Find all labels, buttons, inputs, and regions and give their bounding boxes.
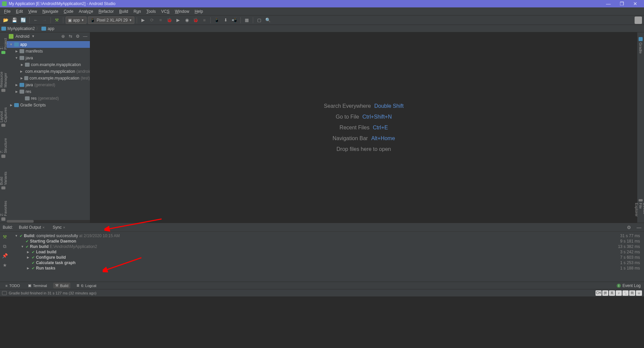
tree-twisty-icon[interactable]: ▼ xyxy=(9,43,13,46)
tab-gradle[interactable]: Gradle xyxy=(638,35,643,56)
tab-favorites[interactable]: 2: Favorites xyxy=(0,198,8,223)
menu-analyze[interactable]: Analyze xyxy=(76,8,96,15)
breadcrumb-app[interactable]: app xyxy=(41,26,54,31)
menu-help[interactable]: Help xyxy=(192,8,206,15)
tree-twisty-icon[interactable]: ▶ xyxy=(15,90,18,93)
back-arrow-icon[interactable]: ← xyxy=(32,17,39,24)
tree-item[interactable]: ▼java xyxy=(7,55,90,61)
forward-arrow-icon[interactable]: → xyxy=(41,17,48,24)
menu-window[interactable]: Window xyxy=(172,8,192,15)
ime-button[interactable]: ʻ, xyxy=(622,290,629,296)
status-window-icon[interactable] xyxy=(2,291,7,295)
tree-twisty-icon[interactable]: ▶ xyxy=(20,63,24,66)
tab-device-file-explorer[interactable]: Device File Explorer xyxy=(634,197,644,223)
breadcrumb-root[interactable]: MyApplication2 xyxy=(1,26,35,31)
ime-button[interactable]: 英 xyxy=(609,290,615,296)
tree-item[interactable]: res (generated) xyxy=(7,95,90,102)
ime-button[interactable]: CH xyxy=(596,290,602,296)
open-icon[interactable]: 📂 xyxy=(2,17,9,24)
device-combo[interactable]: 📱Pixel 2 XL API 29 ▼ xyxy=(88,17,134,24)
gear-icon[interactable]: ⚙ xyxy=(75,34,80,39)
ime-button[interactable]: ☺ xyxy=(636,290,642,296)
tree-item[interactable]: ▼app xyxy=(7,41,90,48)
tree-twisty-icon[interactable]: ▶ xyxy=(20,70,23,73)
tree-twisty-icon[interactable]: ▼ xyxy=(15,234,18,238)
gear-icon[interactable]: ⚙ xyxy=(627,225,631,230)
chevron-down-icon[interactable]: ▼ xyxy=(31,34,35,38)
tree-twisty-icon[interactable]: ▶ xyxy=(27,266,30,270)
minimize-icon[interactable]: — xyxy=(82,34,88,39)
attach-icon[interactable]: 🐞 xyxy=(192,17,199,24)
tab-terminal[interactable]: ▣Terminal xyxy=(26,283,49,288)
tree-item[interactable]: ▶java (generated) xyxy=(7,82,90,88)
menu-navigate[interactable]: Navigate xyxy=(40,8,61,15)
build-item[interactable]: ✔Starting Gradle Daemon9 s 181 ms xyxy=(12,239,641,244)
tree-twisty-icon[interactable]: ▶ xyxy=(9,103,13,107)
menu-view[interactable]: View xyxy=(26,8,40,15)
project-tree[interactable]: ▼app▶manifests▼java▶com.example.myapplic… xyxy=(7,40,90,220)
profile-icon[interactable]: ◉ xyxy=(183,17,191,24)
tab-structure[interactable]: 7: Structure xyxy=(0,135,8,160)
close-icon[interactable]: × xyxy=(63,225,65,229)
menu-code[interactable]: Code xyxy=(61,8,76,15)
sync-icon[interactable]: 🔄 xyxy=(20,17,27,24)
tree-twisty-icon[interactable]: ▶ xyxy=(27,250,30,254)
user-avatar[interactable] xyxy=(635,17,642,24)
tab-layout-captures[interactable]: Layout Captures xyxy=(0,101,8,129)
build-item[interactable]: ✔Calculate task graph1 s 253 ms xyxy=(12,260,641,265)
menu-edit[interactable]: Edit xyxy=(13,8,26,15)
tree-item[interactable]: ▶com.example.myapplication (test) xyxy=(7,75,90,82)
build-item[interactable]: ▶✔Load build3 s 242 ms xyxy=(12,249,641,255)
tab-event-log[interactable]: iEvent Log xyxy=(617,283,641,288)
horizontal-scrollbar[interactable] xyxy=(7,220,90,223)
search-icon[interactable]: 🔍 xyxy=(264,17,272,24)
ime-button[interactable]: 拼 xyxy=(602,290,608,296)
build-hammer-icon[interactable]: ⚒ xyxy=(53,17,61,24)
tree-twisty-icon[interactable]: ▶ xyxy=(27,256,30,259)
filter-icon[interactable]: ⧉ xyxy=(2,243,8,249)
run-config-combo[interactable]: ▣app ▼ xyxy=(66,17,87,24)
save-icon[interactable]: 💾 xyxy=(11,17,18,24)
window-close-button[interactable]: ✕ xyxy=(629,1,642,6)
debug-icon[interactable]: 🐞 xyxy=(166,17,173,24)
rerun-icon[interactable]: ⚒ xyxy=(2,234,8,240)
menu-refactor[interactable]: Refactor xyxy=(96,8,116,15)
tab-build[interactable]: ⚒Build xyxy=(53,283,70,288)
tree-twisty-icon[interactable]: ▶ xyxy=(15,50,18,53)
tree-twisty-icon[interactable]: ▼ xyxy=(21,245,24,248)
scrollbar-thumb[interactable] xyxy=(7,220,34,223)
minimize-icon[interactable]: — xyxy=(637,225,641,230)
tree-item[interactable]: ▶Gradle Scripts xyxy=(7,102,90,108)
tree-item[interactable]: ▶com.example.myapplication (androidTest) xyxy=(7,68,90,75)
menu-file[interactable]: File xyxy=(1,8,13,15)
build-tree[interactable]: ▼✔Build: completed successfully at 2/19/… xyxy=(9,232,644,282)
emulator-icon[interactable]: 📲 xyxy=(231,17,238,24)
run-icon[interactable]: ▶ xyxy=(139,17,147,24)
menu-run[interactable]: Run xyxy=(131,8,144,15)
star-icon[interactable]: ★ xyxy=(2,262,8,268)
tree-twisty-icon[interactable]: ▶ xyxy=(20,76,23,80)
target-icon[interactable]: ⊕ xyxy=(60,34,66,39)
tree-item[interactable]: ▶manifests xyxy=(7,48,90,55)
tree-twisty-icon[interactable]: ▶ xyxy=(15,83,18,87)
menu-tools[interactable]: Tools xyxy=(144,8,159,15)
stop-icon[interactable]: ■ xyxy=(201,17,208,24)
ime-button[interactable]: ♪ xyxy=(616,290,622,296)
layout-icon[interactable]: ▢ xyxy=(256,17,263,24)
tree-item[interactable]: ▶res xyxy=(7,88,90,95)
menu-build[interactable]: Build xyxy=(116,8,131,15)
tree-twisty-icon[interactable]: ▼ xyxy=(15,56,18,60)
ime-button[interactable]: 简 xyxy=(629,290,635,296)
build-item[interactable]: ▶✔Configure build7 s 603 ms xyxy=(12,255,641,260)
tab-todo[interactable]: ≡TODO xyxy=(3,283,22,288)
window-minimize-button[interactable]: — xyxy=(602,1,615,6)
coverage-icon[interactable]: ▶ xyxy=(174,17,182,24)
tab-logcat[interactable]: ≣6: Logcat xyxy=(74,283,98,288)
close-icon[interactable]: × xyxy=(42,225,44,229)
build-item[interactable]: ▼✔Run build E:\Android\MyApplication213 … xyxy=(12,244,641,249)
tab-sync[interactable]: Sync× xyxy=(51,224,67,230)
tree-item[interactable]: ▶com.example.myapplication xyxy=(7,61,90,68)
filter-icon[interactable]: ⇆ xyxy=(68,34,73,39)
sdk-icon[interactable]: ⬇ xyxy=(222,17,229,24)
tab-resource-manager[interactable]: Resource Manager xyxy=(0,63,8,94)
